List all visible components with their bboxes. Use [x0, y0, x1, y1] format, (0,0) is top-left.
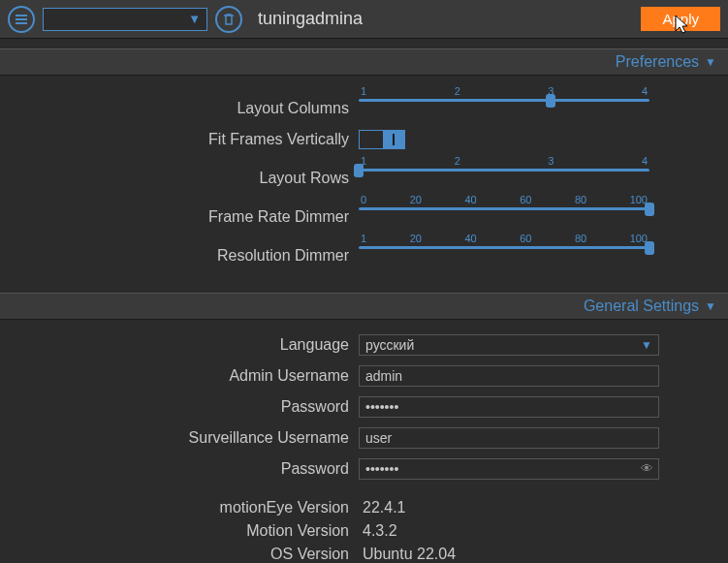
slider-thumb[interactable] [645, 203, 654, 216]
admin-password-input[interactable] [359, 396, 659, 418]
motioneye-version-label: motionEye Version [0, 498, 359, 517]
layout-rows-label: Layout Rows [0, 155, 359, 188]
camera-select[interactable]: ▼ [43, 8, 207, 31]
layout-rows-slider[interactable]: 1234 [359, 155, 649, 172]
layout-columns-label: Layout Columns [0, 85, 359, 118]
section-preferences[interactable]: Preferences ▼ [0, 48, 728, 76]
motion-version-label: Motion Version [0, 521, 359, 541]
surveillance-username-label: Surveillance Username [0, 428, 359, 448]
menu-icon[interactable] [8, 6, 35, 33]
surveillance-username-input[interactable] [359, 427, 659, 449]
section-general-settings[interactable]: General Settings ▼ [0, 293, 728, 320]
slider-thumb[interactable] [354, 164, 364, 177]
chevron-down-icon: ▼ [188, 12, 201, 26]
layout-columns-slider[interactable]: 1234 [359, 85, 649, 102]
admin-username-label: Admin Username [0, 366, 359, 386]
admin-username-input[interactable] [359, 365, 659, 387]
chevron-down-icon: ▼ [705, 55, 716, 69]
slider-thumb[interactable] [546, 94, 555, 108]
slider-thumb[interactable] [645, 241, 654, 255]
motioneye-version-value: 22.4.1 [359, 499, 689, 516]
section-label: General Settings [584, 297, 699, 315]
trash-icon[interactable] [215, 6, 242, 33]
surveillance-password-input[interactable] [359, 458, 659, 480]
slider-ticks: 120406080100 [359, 233, 649, 246]
os-version-value: Ubuntu 22.04 [359, 546, 689, 563]
chevron-down-icon: ▼ [705, 299, 716, 313]
frame-rate-dimmer-slider[interactable]: 020406080100 [359, 194, 649, 210]
surveillance-password-label: Password [0, 459, 359, 479]
language-select[interactable]: русский ▼ [359, 334, 659, 356]
resolution-dimmer-slider[interactable]: 120406080100 [359, 233, 649, 249]
apply-button[interactable]: Apply [641, 7, 720, 31]
chevron-down-icon: ▼ [641, 338, 652, 352]
language-value: русский [365, 337, 414, 353]
slider-ticks: 1234 [359, 85, 649, 99]
language-label: Language [0, 335, 359, 355]
fit-frames-label: Fit Frames Vertically [0, 130, 359, 149]
os-version-label: OS Version [0, 545, 359, 563]
fit-frames-toggle[interactable] [359, 130, 405, 149]
preferences-body: Layout Columns 1234 Fit Frames Verticall… [0, 76, 728, 283]
section-label: Preferences [616, 53, 699, 71]
admin-password-label: Password [0, 397, 359, 417]
slider-ticks: 020406080100 [359, 194, 649, 207]
eye-icon[interactable]: 👁 [641, 461, 653, 476]
resolution-dimmer-label: Resolution Dimmer [0, 233, 359, 266]
general-body: Language русский ▼ Admin Username Passwo… [0, 320, 728, 563]
motion-version-value: 4.3.2 [359, 522, 689, 540]
page-title: tuningadmina [258, 9, 633, 29]
slider-ticks: 1234 [359, 155, 649, 169]
frame-rate-dimmer-label: Frame Rate Dimmer [0, 194, 359, 227]
top-bar: ▼ tuningadmina Apply [0, 0, 728, 39]
